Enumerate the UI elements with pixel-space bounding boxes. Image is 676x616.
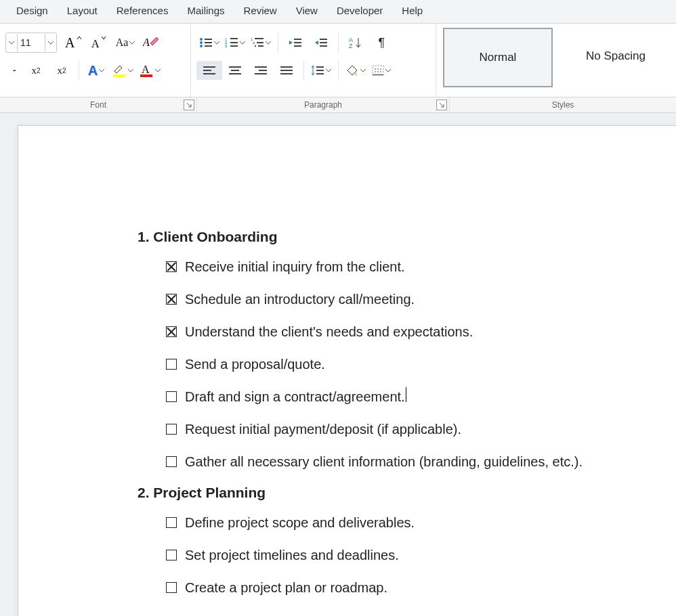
group-paragraph: 123 1a AZ ¶ bbox=[191, 24, 436, 97]
subscript-button[interactable]: x2 bbox=[23, 61, 49, 80]
svg-rect-26 bbox=[294, 45, 301, 47]
svg-rect-45 bbox=[316, 70, 324, 71]
checklist-item-text[interactable]: Schedule an introductory call/meeting. bbox=[185, 290, 415, 309]
group-styles: Normal No Spacing bbox=[436, 24, 676, 97]
svg-rect-47 bbox=[373, 66, 383, 75]
font-dialog-launcher[interactable] bbox=[184, 100, 194, 110]
checklist-item[interactable]: Send a proposal/quote. bbox=[166, 355, 676, 374]
multilevel-list-button[interactable]: 1a bbox=[248, 33, 274, 52]
svg-rect-34 bbox=[203, 73, 215, 74]
svg-rect-40 bbox=[255, 73, 267, 74]
svg-rect-36 bbox=[231, 70, 239, 71]
svg-rect-48 bbox=[373, 74, 383, 75]
svg-rect-3 bbox=[113, 74, 125, 77]
change-case-button[interactable]: Aa bbox=[112, 33, 138, 52]
numbering-button[interactable]: 123 bbox=[222, 33, 248, 52]
checkbox-icon[interactable] bbox=[166, 550, 177, 560]
style-no-spacing[interactable]: No Spacing bbox=[562, 28, 669, 85]
checklist-item-text[interactable]: Create a project plan or roadmap. bbox=[185, 578, 387, 597]
checkbox-icon[interactable] bbox=[166, 582, 177, 593]
paragraph-dialog-launcher[interactable] bbox=[436, 100, 447, 110]
tab-layout[interactable]: Layout bbox=[58, 0, 107, 23]
svg-rect-43 bbox=[280, 73, 293, 74]
svg-rect-33 bbox=[203, 70, 211, 71]
line-spacing-button[interactable] bbox=[308, 61, 334, 80]
checklist-item-text[interactable]: Gather all necessary client information … bbox=[185, 452, 583, 471]
section-title[interactable]: 1. Client Onboarding bbox=[138, 229, 676, 245]
font-size-selector[interactable]: 11 bbox=[5, 32, 57, 53]
tab-design[interactable]: Design bbox=[7, 0, 58, 23]
checkbox-checked-icon[interactable] bbox=[166, 261, 177, 272]
svg-rect-11 bbox=[205, 45, 212, 47]
svg-text:a: a bbox=[253, 41, 255, 45]
sort-button[interactable]: AZ bbox=[343, 33, 368, 52]
tab-review[interactable]: Review bbox=[234, 0, 287, 23]
decrease-font-size-button[interactable]: A bbox=[87, 33, 112, 52]
svg-text:3: 3 bbox=[225, 44, 228, 48]
style-normal[interactable]: Normal bbox=[443, 28, 553, 87]
checklist-item-text[interactable]: Receive initial inquiry from the client. bbox=[185, 257, 405, 276]
checkbox-checked-icon[interactable] bbox=[166, 294, 177, 305]
checklist-item[interactable]: Draft and sign a contract/agreement. bbox=[166, 387, 676, 406]
checklist-item-text[interactable]: Set project timelines and deadlines. bbox=[185, 546, 399, 565]
checkbox-icon[interactable] bbox=[166, 517, 177, 528]
checklist-item-text[interactable]: Define project scope and deliverables. bbox=[185, 513, 415, 532]
borders-button[interactable] bbox=[368, 61, 394, 80]
checkbox-icon[interactable] bbox=[166, 424, 177, 435]
font-name-dropdown-caret[interactable] bbox=[6, 34, 18, 51]
checkbox-icon[interactable] bbox=[166, 391, 177, 402]
tab-references[interactable]: References bbox=[107, 0, 178, 23]
checklist-item[interactable]: Gather all necessary client information … bbox=[166, 452, 676, 471]
trailing-sep-button[interactable]: ⁃ bbox=[5, 61, 23, 80]
checklist-item[interactable]: Set project timelines and deadlines. bbox=[166, 546, 676, 565]
svg-point-51 bbox=[380, 68, 381, 70]
font-size-dropdown-caret[interactable] bbox=[45, 34, 56, 51]
text-effects-button[interactable]: A bbox=[83, 61, 109, 80]
checklist-item-text[interactable]: Draft and sign a contract/agreement. bbox=[185, 387, 405, 406]
font-size-value[interactable]: 11 bbox=[18, 37, 45, 48]
tab-view[interactable]: View bbox=[287, 0, 327, 23]
svg-text:A: A bbox=[65, 35, 75, 50]
svg-point-49 bbox=[375, 68, 376, 70]
font-color-button[interactable]: A bbox=[136, 61, 163, 80]
checklist-item[interactable]: Request initial payment/deposit (if appl… bbox=[166, 420, 676, 439]
checklist-item[interactable]: Define project scope and deliverables. bbox=[166, 513, 676, 532]
clear-formatting-button[interactable]: A bbox=[138, 33, 164, 52]
shading-button[interactable] bbox=[343, 61, 368, 80]
checklist-item[interactable]: Receive initial inquiry from the client. bbox=[166, 257, 676, 276]
align-right-button[interactable] bbox=[248, 61, 274, 80]
section-title[interactable]: 2. Project Planning bbox=[138, 485, 676, 501]
svg-point-50 bbox=[377, 68, 379, 70]
svg-point-8 bbox=[200, 41, 203, 44]
svg-rect-24 bbox=[294, 39, 301, 40]
svg-rect-44 bbox=[316, 66, 324, 68]
svg-rect-42 bbox=[280, 70, 293, 71]
tab-developer[interactable]: Developer bbox=[327, 0, 392, 23]
checklist-item[interactable]: Schedule an introductory call/meeting. bbox=[166, 290, 676, 309]
tab-help[interactable]: Help bbox=[392, 0, 432, 23]
checkbox-checked-icon[interactable] bbox=[166, 326, 177, 337]
checklist-item-text[interactable]: Understand the client's needs and expect… bbox=[185, 322, 473, 341]
checklist-item-text[interactable]: Send a proposal/quote. bbox=[185, 355, 325, 374]
highlight-color-button[interactable] bbox=[109, 61, 136, 80]
show-paragraph-marks-button[interactable]: ¶ bbox=[368, 33, 394, 52]
checkbox-icon[interactable] bbox=[166, 359, 177, 370]
svg-point-54 bbox=[380, 71, 381, 72]
checklist-item[interactable]: Create a project plan or roadmap. bbox=[166, 578, 676, 597]
svg-rect-13 bbox=[230, 38, 238, 39]
tab-mailings[interactable]: Mailings bbox=[177, 0, 234, 23]
group-labels: Font Paragraph Styles bbox=[0, 97, 676, 113]
text-cursor bbox=[406, 387, 406, 402]
increase-indent-button[interactable] bbox=[308, 33, 334, 52]
checklist-item[interactable]: Understand the client's needs and expect… bbox=[166, 322, 676, 341]
decrease-indent-button[interactable] bbox=[282, 33, 308, 52]
increase-font-size-button[interactable]: A bbox=[61, 33, 87, 52]
justify-button[interactable] bbox=[274, 61, 299, 80]
document-page[interactable]: 1. Client Onboarding Receive initial inq… bbox=[18, 125, 676, 616]
bullets-button[interactable] bbox=[196, 33, 222, 52]
superscript-button[interactable]: x2 bbox=[49, 61, 75, 80]
align-left-button[interactable] bbox=[196, 61, 222, 80]
checkbox-icon[interactable] bbox=[166, 456, 177, 467]
checklist-item-text[interactable]: Request initial payment/deposit (if appl… bbox=[185, 420, 461, 439]
align-center-button[interactable] bbox=[222, 61, 248, 80]
